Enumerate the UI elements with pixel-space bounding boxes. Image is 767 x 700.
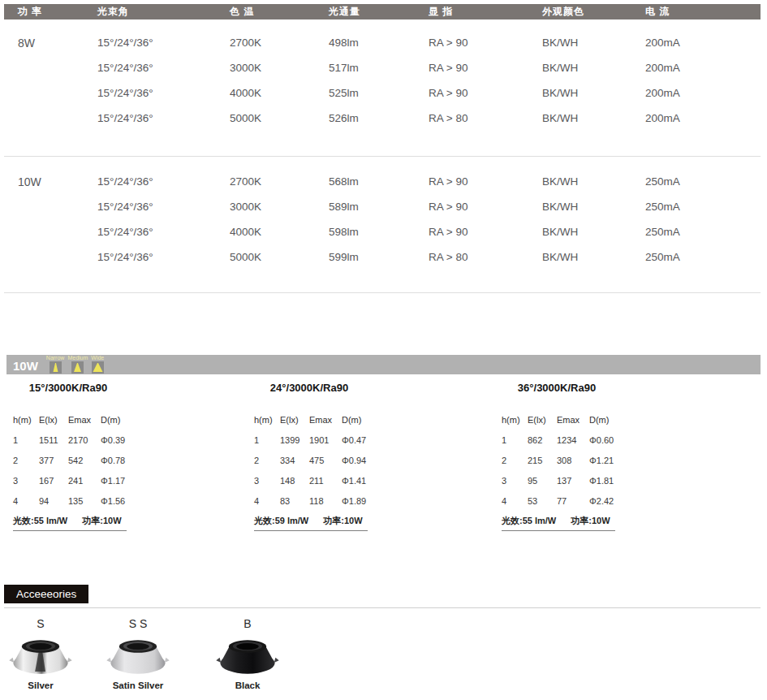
pcell: Φ0.78	[101, 450, 136, 470]
accessory-item-silver: S Silver	[0, 617, 81, 690]
silver-reflector-ring-image	[6, 637, 75, 677]
photometric-table-15deg: 15°/3000K/Ra90 h(m) E(lx) Emax D(m) 1 15…	[6, 382, 130, 531]
spec-cell-cri: RA > 90	[429, 219, 542, 244]
spec-cell-finish: BK/WH	[542, 106, 645, 131]
spec-cell-flux: 525lm	[329, 80, 429, 106]
pcell: Φ0.47	[342, 430, 377, 450]
spec-cell-cri: RA > 90	[429, 30, 542, 55]
accessories-title: Acceeeories	[16, 588, 76, 600]
col-header-current: 电 流	[645, 4, 761, 19]
col-header-finish: 外观颜色	[542, 4, 645, 19]
spec-cell-current: 250mA	[645, 194, 761, 219]
ph-col-d: D(m)	[101, 409, 136, 430]
pcell: 4	[13, 490, 39, 511]
spec-cell-cct: 4000K	[230, 219, 329, 244]
spec-cell-beam: 15°/24°/36°	[97, 244, 230, 270]
col-header-cri: 显 指	[429, 4, 542, 19]
spec-cell-current: 250mA	[645, 244, 761, 270]
spec-cell-cri: RA > 90	[429, 169, 542, 194]
spec-cell-beam: 15°/24°/36°	[97, 194, 230, 219]
pcell: Φ1.21	[589, 450, 625, 470]
pcell: Φ2.42	[589, 490, 625, 511]
pcell: 241	[68, 470, 101, 490]
spec-cell-beam: 15°/24°/36°	[97, 106, 230, 131]
beam-wide-block: Wide	[91, 355, 104, 374]
col-header-power: 功 率	[18, 4, 97, 19]
spec-cell-flux: 498lm	[329, 30, 429, 55]
ph-col-emax: Emax	[557, 409, 589, 430]
spec-cell-cct: 2700K	[230, 30, 329, 55]
datasheet-page: 功 率 光束角 色 温 光通量 显 指 外观颜色 电 流 8W 15°/24°/…	[0, 0, 767, 700]
spec-cell-cct: 2700K	[230, 169, 329, 194]
spec-cell-finish: BK/WH	[542, 169, 645, 194]
pcell: 135	[68, 490, 101, 511]
pcell: 1901	[309, 430, 342, 450]
power-value: 功率:10W	[571, 515, 610, 527]
spec-cell-flux: 526lm	[329, 106, 429, 131]
pcell: 215	[528, 450, 557, 470]
spec-cell-cct: 5000K	[230, 244, 329, 270]
photometric-grid: h(m) E(lx) Emax D(m) 1 1511 2170 Φ0.39 2…	[6, 409, 130, 511]
pcell: 148	[280, 470, 309, 490]
spec-cell-flux: 589lm	[329, 194, 429, 219]
pcell: Φ0.94	[342, 450, 377, 470]
spec-cell-current: 250mA	[645, 219, 761, 244]
pcell: 377	[39, 450, 68, 470]
accessory-code: S	[0, 617, 81, 635]
ph-col-emax: Emax	[68, 409, 101, 430]
pcell: 3	[254, 470, 280, 490]
spec-cell-beam: 15°/24°/36°	[97, 169, 230, 194]
accessory-name: Satin Silver	[97, 681, 179, 690]
spacer-cell	[18, 219, 97, 244]
power-value: 功率:10W	[323, 515, 362, 527]
spec-table-header: 功 率 光束角 色 温 光通量 显 指 外观颜色 电 流	[4, 4, 761, 19]
pcell: 2	[13, 450, 39, 470]
pcell: 1	[254, 430, 280, 450]
photometric-table-24deg: 24°/3000K/Ra90 h(m) E(lx) Emax D(m) 1 13…	[248, 382, 371, 531]
photometric-grid: h(m) E(lx) Emax D(m) 1 862 1234 Φ0.60 2 …	[495, 409, 618, 511]
spec-cell-beam: 15°/24°/36°	[97, 30, 230, 55]
pcell: 542	[68, 450, 101, 470]
spacer-cell	[18, 194, 97, 219]
ph-col-d: D(m)	[342, 409, 377, 430]
bar-power-label: 10W	[13, 360, 38, 372]
power-label: 8W	[18, 30, 97, 55]
pcell: 2170	[68, 430, 101, 450]
pcell: 862	[528, 430, 557, 450]
photometric-footer: 光效:59 lm/W 功率:10W	[254, 511, 368, 531]
pcell: 308	[557, 450, 589, 470]
spec-group-8w: 8W 15°/24°/36° 2700K 498lm RA > 90 BK/WH…	[4, 30, 761, 131]
spec-cell-beam: 15°/24°/36°	[97, 219, 230, 244]
accessories-title-badge: Acceeeories	[4, 585, 88, 603]
accessory-code: S S	[97, 617, 179, 635]
spec-cell-flux: 517lm	[329, 55, 429, 80]
pcell: Φ1.56	[101, 490, 136, 511]
divider	[4, 607, 761, 608]
narrow-beam-icon	[50, 361, 62, 374]
pcell: 83	[280, 490, 309, 511]
pcell: 1	[502, 430, 528, 450]
pcell: Φ0.60	[589, 430, 625, 450]
medium-beam-icon	[71, 361, 84, 374]
spec-cell-current: 200mA	[645, 55, 761, 80]
pcell: 77	[557, 490, 589, 511]
satin-silver-reflector-ring-image	[103, 637, 173, 677]
pcell: 137	[557, 470, 589, 490]
beam-medium-block: Medium	[67, 355, 88, 374]
photometric-section-bar: 10W Narrow Medium Wide	[6, 355, 761, 374]
spec-cell-finish: BK/WH	[542, 80, 645, 106]
photometric-table-36deg: 36°/3000K/Ra90 h(m) E(lx) Emax D(m) 1 86…	[495, 382, 618, 531]
beam-medium-label: Medium	[67, 355, 88, 361]
photometric-table-title: 15°/3000K/Ra90	[6, 382, 130, 400]
spec-cell-flux: 598lm	[329, 219, 429, 244]
pcell: 1511	[39, 430, 68, 450]
spec-cell-cct: 3000K	[230, 55, 329, 80]
pcell: 95	[528, 470, 557, 490]
spec-cell-flux: 599lm	[329, 244, 429, 270]
spacer-cell	[18, 106, 97, 131]
ph-col-h: h(m)	[254, 409, 280, 430]
spec-cell-cct: 5000K	[230, 106, 329, 131]
divider	[4, 292, 761, 293]
col-header-cct: 色 温	[230, 4, 329, 19]
black-reflector-ring-image	[213, 637, 282, 677]
